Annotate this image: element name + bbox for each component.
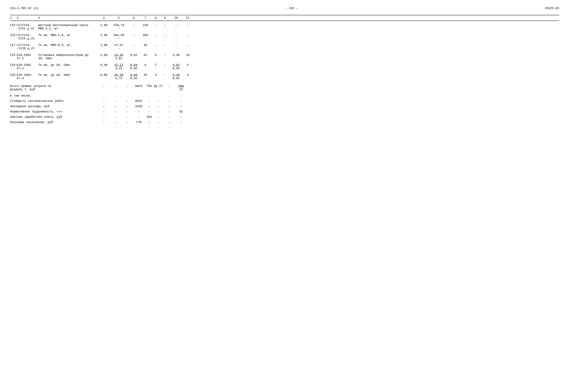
table-row: II5 C27II34– –I2I2 д.2I местный вентиляц…	[10, 23, 559, 31]
col-header-8: 8	[151, 16, 160, 20]
row-col7: 20	[140, 73, 151, 77]
row-col8: –	[151, 24, 160, 27]
row-col11: 4	[183, 73, 193, 77]
row-col7: 240	[140, 24, 151, 27]
col-header-10: I0	[169, 16, 183, 20]
summary-sub-row-3: Сметная заработная плата, руб – – – – I8…	[10, 115, 559, 119]
header-right: 25325-03	[545, 7, 559, 10]
summary-sub-val-8: –	[145, 110, 154, 113]
header: 224–I–705.92 (3) – I02 – 25325-03	[10, 7, 559, 10]
summary-sub-val-11: 9I	[176, 110, 186, 113]
row-code: Е20–I002 47–I	[17, 53, 38, 60]
summary-sub-val-9: –	[154, 110, 163, 113]
col-header-1: I	[10, 16, 17, 20]
row-col9: –	[160, 73, 169, 77]
row-col4: 2,80	[98, 53, 110, 57]
header-center: – I02 –	[285, 7, 298, 10]
summary-sub-val-8: –	[145, 121, 154, 124]
row-col6: –	[128, 24, 140, 27]
summary-sub-val-10: –	[163, 121, 176, 124]
summary-dash-6: –	[121, 121, 133, 124]
summary-sub-row-1: Накладные расходы, руб – – – I035 – – – …	[10, 104, 559, 109]
row-col5: 239,78 –	[110, 24, 128, 30]
summary-sub-val-7: –	[133, 115, 145, 119]
row-col9: –	[160, 63, 169, 67]
col-header-4: 4	[98, 16, 110, 20]
row-col4: I,00	[98, 33, 110, 37]
row-col7: 48	[140, 43, 151, 47]
summary-val-7: 8623	[133, 84, 145, 88]
summary-dash-5: –	[110, 110, 121, 113]
summary-sub-val-11: –	[176, 99, 186, 103]
summary-dash-4: –	[98, 105, 110, 108]
row-desc: местный вентиляционный насос МВО–I,2, шт	[38, 24, 98, 30]
row-col6: 0,04 0,02	[128, 73, 140, 80]
row-col5: 47,57 –	[110, 43, 128, 50]
summary-dash-5: –	[110, 84, 121, 88]
row-code: Е20–I003 47–2	[17, 63, 38, 70]
row-col6: 0,04 0,02	[128, 63, 140, 70]
row-code: Е20–I004 47–3	[17, 73, 38, 80]
summary-val-8: 755	[145, 84, 154, 88]
row-id: II6	[10, 33, 17, 37]
row-col8: I	[151, 63, 160, 67]
row-col6: 0,02	[128, 53, 140, 57]
summary-sub-val-9: –	[154, 105, 163, 108]
row-col6: –	[128, 33, 140, 37]
col-header-9: 9	[160, 16, 169, 20]
summary-sub-val-7: –	[133, 110, 145, 113]
table-row: II7 C27II34– –I2I0 д.2I То же, МВО–0,5, …	[10, 43, 559, 51]
summary-dash-6: –	[121, 115, 133, 119]
row-col5: 304,58 –	[110, 33, 128, 40]
row-col4: I,00	[98, 43, 110, 47]
summary-dash-6: –	[121, 110, 133, 113]
table-row: II8 Е20–I002 47–I Установка виброизолято…	[10, 53, 559, 61]
summary-sub-label: Плановые накопления, руб	[10, 121, 98, 124]
row-id: II7	[10, 43, 17, 47]
row-col11: –	[183, 33, 193, 37]
table-row: II9 Е20–I003 47–2 То же, до 39, I0шт 0,4…	[10, 63, 559, 71]
row-col9: –	[160, 53, 169, 57]
row-desc: То же, МВО–0,5, шт	[38, 43, 98, 47]
summary-dash-6: –	[121, 99, 133, 103]
row-col11: –	[183, 24, 193, 27]
summary-sub-val-8: I84	[145, 115, 154, 119]
summary-total-label: Итого прямые затраты по разделу 7, руб	[10, 84, 98, 91]
row-col8: 8	[151, 53, 160, 57]
row-code: C27II34– –I2I2 д.2I	[17, 24, 38, 30]
row-col11: 2	[183, 63, 193, 67]
row-col4: 0,80	[98, 73, 110, 77]
col-header-5: 5	[110, 16, 128, 20]
col-header-3: 3	[38, 16, 98, 20]
row-col8: 3	[151, 73, 160, 77]
row-col10: –	[169, 24, 183, 27]
row-desc: Установка виброизоляторов до 38, I0шт	[38, 53, 98, 60]
row-col7: 8	[140, 63, 151, 67]
row-id: I20	[10, 73, 17, 77]
row-col10: –	[169, 43, 183, 47]
table-row: II6 C27II34– –I2I3 д.2I То же, МВО–I,6, …	[10, 33, 559, 41]
row-code: C27II34– –I2I0 д.2I	[17, 43, 38, 50]
summary-sub-val-7: I035	[133, 105, 145, 108]
row-col9: –	[160, 43, 169, 47]
main-table: I 2 3 4 5 6 7 8 9 I0 II II5 C27II34– –I2…	[10, 15, 559, 125]
col-header-2: 2	[17, 16, 38, 20]
summary-dash-4: –	[98, 84, 110, 88]
summary-sub-val-11: –	[176, 105, 186, 108]
summary-val-11: 968 I5	[176, 84, 186, 91]
summary-section: Итого прямые затраты по разделу 7, руб –…	[10, 84, 559, 125]
row-col10: –	[169, 33, 183, 37]
summary-sub-val-8: –	[145, 105, 154, 108]
summary-dash-5: –	[110, 121, 121, 124]
col-header-11: II	[183, 16, 193, 20]
summary-sub-val-9: –	[154, 115, 163, 119]
summary-sub-row-4: Плановые накопления, руб – – – 770 – – –…	[10, 120, 559, 125]
col-header-6: 6	[128, 16, 140, 20]
summary-sub-val-10: –	[163, 115, 176, 119]
summary-sub-val-10: –	[163, 99, 176, 103]
column-headers: I 2 3 4 5 6 7 8 9 I0 II	[10, 15, 559, 21]
row-col6: –	[128, 43, 140, 47]
row-col9: –	[160, 33, 169, 37]
row-col11: I0	[183, 53, 193, 57]
summary-dash-5: –	[110, 115, 121, 119]
